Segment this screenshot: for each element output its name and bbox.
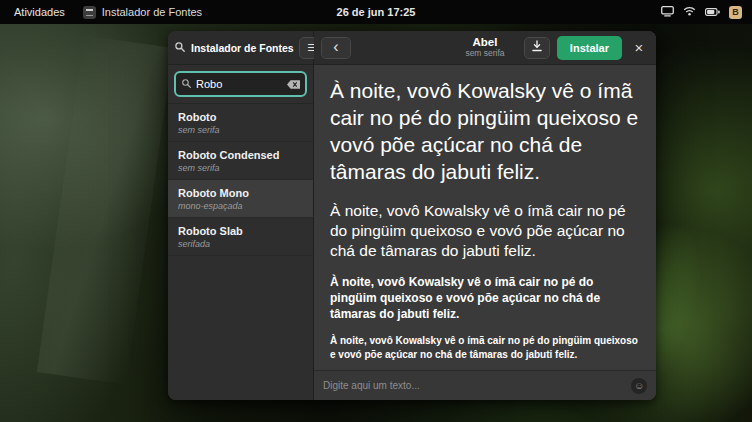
- custom-preview-input[interactable]: [323, 380, 625, 391]
- app-icon: [83, 6, 96, 19]
- close-icon: ×: [635, 40, 644, 55]
- screen-cast-icon: [661, 6, 674, 19]
- font-style: serifada: [178, 239, 303, 249]
- clear-search-icon[interactable]: [287, 75, 300, 93]
- pangram-preview-sm: À noite, vovô Kowalsky vê o ímã cair no …: [330, 334, 640, 361]
- close-window-button[interactable]: ×: [629, 37, 649, 59]
- font-title-block: Abel sem serifa: [465, 36, 504, 59]
- emoji-icon: ☺: [634, 381, 644, 391]
- install-button[interactable]: Instalar: [557, 36, 622, 60]
- font-style: sem serifa: [178, 125, 303, 135]
- distro-logo-badge: B: [729, 6, 742, 19]
- download-icon: [531, 40, 543, 55]
- search-entry[interactable]: [174, 71, 307, 97]
- font-style: sem serifa: [178, 163, 303, 173]
- font-results-list: Roboto sem serifa Roboto Condensed sem s…: [168, 104, 313, 400]
- preview-font-category: sem serifa: [465, 49, 504, 58]
- battery-icon: [705, 6, 720, 18]
- font-name: Roboto Mono: [178, 187, 303, 199]
- system-status-area[interactable]: B: [661, 6, 752, 19]
- font-name: Roboto: [178, 111, 303, 123]
- shell-top-bar: Atividades Instalador de Fontes 26 de ju…: [0, 0, 752, 24]
- font-name: Roboto Condensed: [178, 149, 303, 161]
- sidebar: Instalador de Fontes ☰ Roboto sem serifa: [168, 31, 314, 400]
- font-list-item-roboto-slab[interactable]: Roboto Slab serifada: [168, 218, 313, 256]
- font-list-item-roboto-condensed[interactable]: Roboto Condensed sem serifa: [168, 142, 313, 180]
- font-list-item-roboto[interactable]: Roboto sem serifa: [168, 104, 313, 142]
- pangram-preview-xl: À noite, vovô Kowalsky vê o ímã cair no …: [330, 78, 640, 186]
- focused-app-name: Instalador de Fontes: [102, 6, 202, 18]
- search-input[interactable]: [196, 78, 283, 90]
- font-list-item-roboto-mono[interactable]: Roboto Mono mono-espaçada: [168, 180, 313, 218]
- font-installer-window: Instalador de Fontes ☰ Roboto sem serifa: [168, 31, 656, 400]
- search-entry-icon: [181, 75, 192, 93]
- waterfall-preview: À noite, vovô Kowalsky vê o ímã cair no …: [314, 65, 656, 370]
- search-area: [168, 65, 313, 104]
- preview-headerbar: ‹ Abel sem serifa Instalar ×: [314, 31, 656, 65]
- preview-font-name: Abel: [465, 36, 504, 49]
- custom-text-bar: ☺: [314, 370, 656, 400]
- window-title: Instalador de Fontes: [191, 42, 294, 54]
- emoji-picker-button[interactable]: ☺: [631, 378, 647, 394]
- wifi-icon: [683, 6, 696, 18]
- download-button[interactable]: [524, 37, 550, 59]
- font-name: Roboto Slab: [178, 225, 303, 237]
- back-chevron-icon: ‹: [333, 39, 338, 55]
- pangram-preview-md: À noite, vovô Kowalsky vê o ímã cair no …: [330, 274, 640, 323]
- sidebar-headerbar: Instalador de Fontes ☰: [168, 31, 313, 65]
- clock[interactable]: 26 de jun 17:25: [337, 6, 416, 18]
- focused-app-indicator[interactable]: Instalador de Fontes: [83, 6, 202, 19]
- search-icon[interactable]: [174, 39, 186, 57]
- back-button[interactable]: ‹: [321, 37, 351, 59]
- activities-button[interactable]: Atividades: [10, 4, 69, 20]
- font-style: mono-espaçada: [178, 201, 303, 211]
- pangram-preview-lg: À noite, vovô Kowalsky vê o ímã cair no …: [330, 201, 640, 261]
- preview-pane: ‹ Abel sem serifa Instalar × À noite, vo…: [314, 31, 656, 400]
